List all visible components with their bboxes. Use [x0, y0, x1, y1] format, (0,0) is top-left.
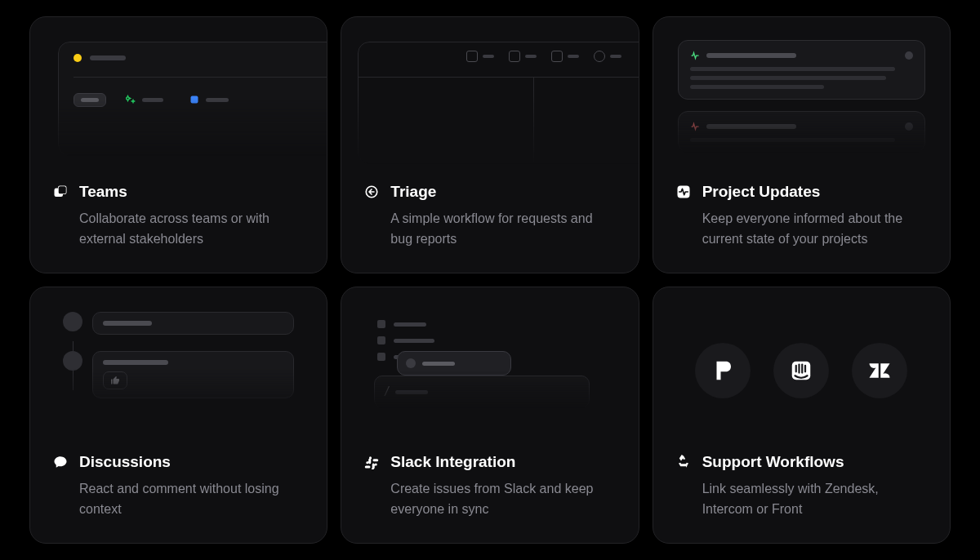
discussions-illustration [30, 287, 327, 453]
teams-title: Teams [79, 183, 127, 201]
chat-bubble-icon [53, 455, 68, 469]
slack-title: Slack Integration [390, 453, 515, 471]
support-desc: Link seamlessly with Zendesk, Intercom o… [676, 479, 927, 520]
slack-command-popup [397, 351, 511, 376]
support-title: Support Workflows [702, 453, 844, 471]
triage-title: Triage [390, 183, 436, 201]
front-icon [695, 343, 751, 398]
recycle-icon [676, 455, 691, 469]
teams-desc: Collaborate across teams or with externa… [53, 209, 304, 250]
slack-illustration: / [341, 287, 638, 453]
slack-desc: Create issues from Slack and keep everyo… [364, 479, 615, 520]
card-slack[interactable]: / Slack Integration Create issues from S… [341, 287, 639, 544]
teams-icon [53, 184, 68, 199]
svg-rect-3 [59, 187, 66, 194]
teams-illustration [30, 17, 327, 183]
avatar-icon [63, 312, 82, 331]
slack-slash-input: / [374, 376, 589, 408]
chip-selected [74, 93, 106, 107]
reaction-thumbs-up-icon [103, 371, 127, 389]
triage-icon [364, 184, 379, 199]
slack-icon [364, 455, 379, 469]
zendesk-icon [852, 343, 907, 398]
pulse-icon [676, 184, 691, 199]
lightbulb-icon [74, 54, 82, 62]
status-dot-icon [905, 122, 913, 131]
discussions-desc: React and comment without losing context [53, 479, 304, 520]
discussions-title: Discussions [79, 453, 171, 471]
project-updates-title: Project Updates [702, 183, 821, 201]
card-triage[interactable]: Triage A simple workflow for requests an… [341, 16, 639, 273]
chip-sparkle [119, 91, 170, 109]
project-updates-illustration [653, 17, 950, 183]
card-teams[interactable]: Teams Collaborate across teams or with e… [29, 16, 327, 273]
support-illustration [653, 287, 950, 453]
card-project-updates[interactable]: Project Updates Keep everyone informed a… [653, 16, 951, 273]
svg-rect-0 [191, 96, 198, 104]
chip-square [183, 91, 235, 109]
feature-grid: Teams Collaborate across teams or with e… [29, 16, 951, 544]
triage-illustration [341, 17, 638, 183]
card-support-workflows[interactable]: Support Workflows Link seamlessly with Z… [653, 287, 951, 544]
intercom-icon [773, 343, 829, 398]
status-dot-icon [905, 51, 913, 60]
card-discussions[interactable]: Discussions React and comment without lo… [29, 287, 327, 544]
project-updates-desc: Keep everyone informed about the current… [676, 209, 927, 250]
triage-desc: A simple workflow for requests and bug r… [364, 209, 615, 250]
